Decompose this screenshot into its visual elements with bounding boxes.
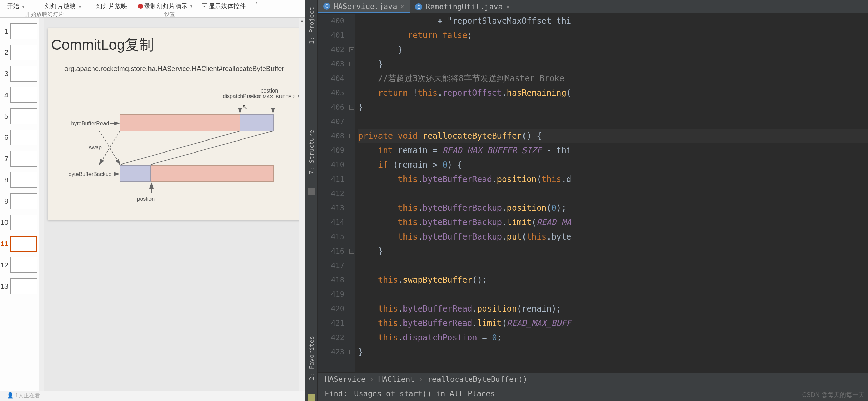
line-number[interactable]: 419	[318, 287, 345, 302]
thumbnail[interactable]: 9	[0, 191, 44, 212]
slideshow-button-2[interactable]: 幻灯片放映	[94, 1, 130, 11]
line-number[interactable]: 422	[318, 330, 345, 345]
crumb[interactable]: HAService	[325, 375, 365, 384]
editor-tabs: CHAService.java×CRemotingUtil.java×	[318, 0, 868, 14]
code-line[interactable]: }	[358, 100, 868, 114]
ribbon-expand[interactable]: ▾	[250, 0, 263, 17]
code-line[interactable]: this.dispatchPostion = 0;	[358, 330, 868, 345]
code-line[interactable]: this.byteBufferRead.position(remain);	[358, 302, 868, 316]
bar-backup-blue	[120, 165, 151, 182]
code-line[interactable]: }	[358, 57, 868, 71]
sidebar-project[interactable]: 1: Project	[308, 3, 315, 47]
code-line[interactable]: this.byteBufferBackup.limit(READ_MA	[358, 215, 868, 230]
scrollbar[interactable]	[39, 18, 44, 391]
code-line[interactable]: this.byteBufferRead.limit(READ_MAX_BUFF	[358, 316, 868, 330]
scroll-up-icon[interactable]: ▴	[299, 18, 305, 23]
code-line[interactable]: if (remain > 0) {	[358, 158, 868, 172]
fold-icon[interactable]: −	[349, 105, 354, 110]
line-number[interactable]: 407	[318, 114, 345, 129]
thumbnail[interactable]: 12	[0, 254, 44, 276]
crumb[interactable]: reallocateByteBuffer()	[427, 375, 527, 384]
code-line[interactable]: }	[358, 244, 868, 258]
thumbnail[interactable]: 8	[0, 169, 44, 191]
record-button[interactable]: 录制幻灯片演示 ▾	[138, 2, 194, 10]
thumbnail[interactable]: 10	[0, 212, 44, 233]
thumbnail[interactable]: 13	[0, 276, 44, 297]
fold-icon[interactable]: −	[349, 47, 354, 52]
line-number[interactable]: 421	[318, 316, 345, 330]
line-number[interactable]: 417	[318, 258, 345, 273]
code-line[interactable]	[358, 186, 868, 201]
fold-icon[interactable]: −	[349, 350, 354, 354]
thumbnail[interactable]: 3	[0, 63, 44, 84]
line-number[interactable]: 415	[318, 230, 345, 244]
line-number[interactable]: 402	[318, 42, 345, 57]
code-line[interactable]: this.byteBufferRead.position(this.d	[358, 172, 868, 186]
code-line[interactable]	[358, 114, 868, 129]
line-number[interactable]: 423	[318, 345, 345, 359]
close-icon[interactable]: ×	[400, 3, 404, 10]
dropdown-icon: ▾	[21, 4, 26, 9]
code-line[interactable]: this.swapByteBuffer();	[358, 273, 868, 287]
fold-icon[interactable]: −	[349, 134, 354, 138]
thumbnail[interactable]: 6	[0, 127, 44, 148]
line-number[interactable]: 408	[318, 129, 345, 143]
line-number[interactable]: 409	[318, 143, 345, 158]
breadcrumb[interactable]: HAService › HAClient › reallocateByteBuf…	[318, 372, 868, 386]
code-line[interactable]: }	[358, 42, 868, 57]
code-line[interactable]	[358, 287, 868, 302]
slide-canvas[interactable]: CommitLog复制 org.apache.rocketmq.store.ha…	[48, 28, 301, 220]
star-icon[interactable]	[308, 394, 315, 401]
editor-tab[interactable]: CHAService.java×	[318, 0, 410, 13]
show-media-check[interactable]: ✓ 显示媒体控件	[202, 2, 246, 10]
line-number[interactable]: 404	[318, 71, 345, 86]
line-number[interactable]: 411	[318, 172, 345, 186]
line-number[interactable]: 418	[318, 273, 345, 287]
thumb-number: 13	[1, 282, 8, 290]
fold-icon[interactable]: −	[349, 249, 354, 254]
sidebar-favorites[interactable]: 2: Favorites	[308, 332, 315, 384]
fold-column[interactable]: −−−−−−	[349, 14, 355, 372]
line-number[interactable]: 413	[318, 201, 345, 215]
code-line[interactable]: return !this.reportOffset.hasRemaining(	[358, 86, 868, 100]
line-number[interactable]: 420	[318, 302, 345, 316]
sidebar-icon[interactable]	[308, 188, 315, 195]
editor-tab[interactable]: CRemotingUtil.java×	[410, 0, 515, 13]
code-line[interactable]: this.byteBufferBackup.position(0);	[358, 201, 868, 215]
sidebar-structure[interactable]: 7: Structure	[308, 126, 315, 178]
slideshow-button-1[interactable]: 幻灯片放映 ▾	[42, 1, 85, 11]
code-line[interactable]: this.byteBufferBackup.put(this.byte	[358, 230, 868, 244]
line-number[interactable]: 414	[318, 215, 345, 230]
code-line[interactable]	[358, 258, 868, 273]
line-number[interactable]: 403	[318, 57, 345, 71]
scrollbar[interactable]: ▴	[299, 18, 305, 391]
fold-icon[interactable]: −	[349, 62, 354, 66]
close-icon[interactable]: ×	[506, 3, 510, 10]
line-number[interactable]: 416	[318, 244, 345, 258]
line-number[interactable]: 401	[318, 28, 345, 42]
find-bar[interactable]: Find: Usages of start() in All Places	[318, 386, 868, 401]
code-line[interactable]: private void reallocateByteBuffer() {	[358, 129, 868, 143]
code-line[interactable]: return false;	[358, 28, 868, 42]
gutter[interactable]: 4004014024034044054064074084094104114124…	[318, 14, 349, 372]
code-line[interactable]: + "reportSlaveMaxOffset thi	[358, 14, 868, 28]
start-button[interactable]: 开始 ▾	[4, 1, 28, 11]
line-number[interactable]: 406	[318, 100, 345, 114]
code-line[interactable]: //若超过3次还未能将8字节发送到Master Broke	[358, 71, 868, 86]
thumbnail[interactable]: 11	[0, 233, 44, 254]
thumbnail[interactable]: 4	[0, 84, 44, 106]
thumbnail[interactable]: 5	[0, 106, 44, 127]
editor[interactable]: 4004014024034044054064074084094104114124…	[318, 14, 868, 372]
crumb[interactable]: HAClient	[378, 375, 414, 384]
code-area[interactable]: + "reportSlaveMaxOffset thi return false…	[355, 14, 868, 372]
line-number[interactable]: 412	[318, 186, 345, 201]
line-number[interactable]: 410	[318, 158, 345, 172]
thumbnail-panel[interactable]: 12345678910111213	[0, 18, 44, 391]
code-line[interactable]: int remain = READ_MAX_BUFFER_SIZE - thi	[358, 143, 868, 158]
line-number[interactable]: 400	[318, 14, 345, 28]
code-line[interactable]: }	[358, 345, 868, 359]
thumbnail[interactable]: 1	[0, 21, 44, 42]
thumbnail[interactable]: 7	[0, 148, 44, 169]
thumbnail[interactable]: 2	[0, 42, 44, 63]
line-number[interactable]: 405	[318, 86, 345, 100]
